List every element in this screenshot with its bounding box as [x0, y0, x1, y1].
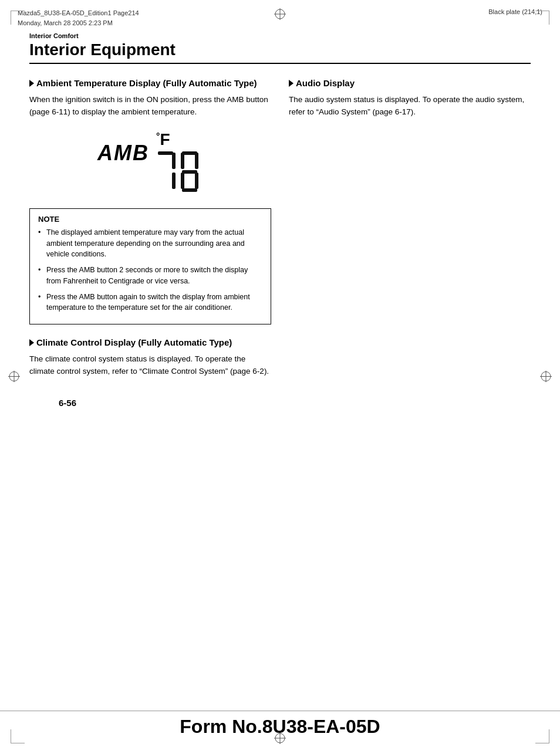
two-column-layout: Ambient Temperature Display (Fully Autom…: [29, 78, 531, 386]
note-item-2: Press the AMB button 2 seconds or more t…: [38, 265, 262, 287]
ambient-temp-heading: Ambient Temperature Display (Fully Autom…: [29, 78, 271, 88]
climate-control-body: The climate control system status is dis…: [29, 353, 271, 378]
page-content: Interior Comfort Interior Equipment Ambi…: [0, 32, 560, 425]
note-box: NOTE The displayed ambient temperature m…: [29, 208, 271, 324]
bullet-icon-2: [29, 339, 34, 346]
ambient-temp-body: When the ignition switch is in the ON po…: [29, 94, 271, 119]
page-title: Interior Equipment: [29, 40, 531, 64]
svg-rect-21: [182, 188, 197, 192]
bullet-icon-3: [289, 80, 294, 87]
page-footer: Form No.8U38-EA-05D: [0, 711, 560, 742]
column-right: Audio Display The audio system status is…: [289, 78, 531, 386]
audio-display-body: The audio system status is displayed. To…: [289, 94, 531, 119]
form-number: Form No.8U38-EA-05D: [180, 716, 380, 738]
audio-display-section: Audio Display The audio system status is…: [289, 78, 531, 119]
crosshair-right: [540, 370, 552, 384]
svg-rect-20: [195, 173, 198, 189]
note-list: The displayed ambient temperature may va…: [38, 227, 262, 313]
svg-rect-19: [181, 173, 184, 189]
note-item-3: Press the AMB button again to switch the…: [38, 292, 262, 314]
amb-display-graphic: AMB ° F: [29, 130, 271, 194]
corner-mark-tl: [11, 11, 25, 25]
header-file-info: Mazda5_8U38-EA-05D_Edition1 Page214 Mond…: [18, 8, 139, 28]
climate-control-heading: Climate Control Display (Fully Automatic…: [29, 337, 271, 347]
note-item-1: The displayed ambient temperature may va…: [38, 227, 262, 260]
corner-mark-tr: [535, 11, 549, 25]
amb-label: AMB: [97, 141, 149, 165]
note-title: NOTE: [38, 215, 262, 224]
column-left: Ambient Temperature Display (Fully Autom…: [29, 78, 271, 386]
unit-label: F: [160, 130, 170, 149]
page-number: 6-56: [29, 392, 531, 414]
svg-rect-13: [172, 153, 176, 169]
file-id: Mazda5_8U38-EA-05D_Edition1 Page214: [18, 8, 139, 18]
bullet-icon: [29, 80, 34, 87]
climate-control-section: Climate Control Display (Fully Automatic…: [29, 337, 271, 378]
crosshair-left: [8, 370, 20, 384]
audio-display-heading: Audio Display: [289, 78, 531, 88]
section-label: Interior Comfort: [29, 32, 531, 39]
svg-rect-18: [182, 170, 197, 174]
file-date: Monday, March 28 2005 2:23 PM: [18, 18, 139, 28]
svg-rect-14: [172, 173, 176, 189]
svg-rect-12: [158, 151, 173, 155]
lcd-number-svg: [156, 150, 203, 194]
header-plate: Black plate (214,1): [488, 8, 542, 15]
crosshair-top: [274, 8, 286, 22]
svg-rect-17: [195, 153, 198, 169]
ambient-temp-section: Ambient Temperature Display (Fully Autom…: [29, 78, 271, 194]
svg-rect-16: [181, 153, 184, 169]
